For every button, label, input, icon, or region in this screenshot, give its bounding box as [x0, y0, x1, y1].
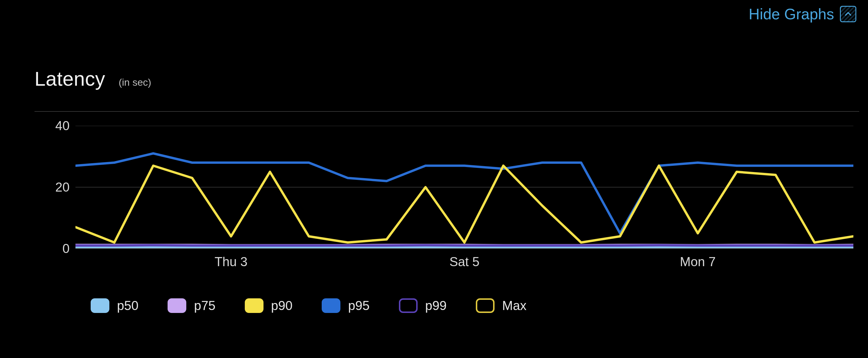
y-tick: 0	[34, 241, 70, 256]
legend-label: p50	[117, 298, 138, 313]
series-p99	[75, 245, 854, 245]
y-axis: 02040	[34, 126, 75, 249]
legend-swatch	[399, 298, 417, 313]
chart-unit: (in sec)	[119, 77, 151, 88]
x-tick: Mon 7	[680, 255, 716, 269]
legend-label: p90	[271, 298, 292, 313]
legend-item-p50[interactable]: p50	[91, 298, 138, 313]
legend-swatch	[91, 298, 110, 313]
legend-label: p75	[194, 298, 215, 313]
legend-label: p95	[348, 298, 369, 313]
legend-swatch	[245, 298, 264, 313]
x-axis: Thu 3Sat 5Mon 7	[75, 255, 854, 272]
series-p90	[75, 166, 854, 243]
hide-graphs-button[interactable]: Hide Graphs	[749, 5, 856, 23]
legend-item-p75[interactable]: p75	[167, 298, 215, 313]
divider	[34, 111, 859, 112]
collapse-icon	[840, 6, 856, 22]
y-tick: 20	[34, 180, 70, 195]
x-tick: Sat 5	[450, 255, 479, 269]
hide-graphs-label: Hide Graphs	[749, 5, 834, 23]
legend-label: p99	[425, 298, 446, 313]
chart-header: Latency (in sec)	[34, 67, 151, 90]
series-p95	[75, 154, 854, 233]
legend-label: Max	[502, 298, 526, 313]
legend-swatch	[476, 298, 495, 313]
legend-item-p90[interactable]: p90	[245, 298, 292, 313]
line-chart[interactable]	[75, 126, 854, 249]
legend-item-p99[interactable]: p99	[399, 298, 446, 313]
chart-svg	[75, 126, 854, 249]
x-tick: Thu 3	[215, 255, 248, 269]
legend-swatch	[322, 298, 340, 313]
y-tick: 40	[34, 118, 70, 133]
legend: p50p75p90p95p99Max	[91, 298, 526, 313]
plot-area: 02040 Thu 3Sat 5Mon 7	[34, 126, 854, 266]
latency-panel: Hide Graphs Latency (in sec) 02040 Thu 3…	[0, 0, 868, 358]
legend-swatch	[167, 298, 186, 313]
legend-item-p95[interactable]: p95	[322, 298, 369, 313]
legend-item-max[interactable]: Max	[476, 298, 526, 313]
chart-title: Latency	[34, 67, 105, 90]
